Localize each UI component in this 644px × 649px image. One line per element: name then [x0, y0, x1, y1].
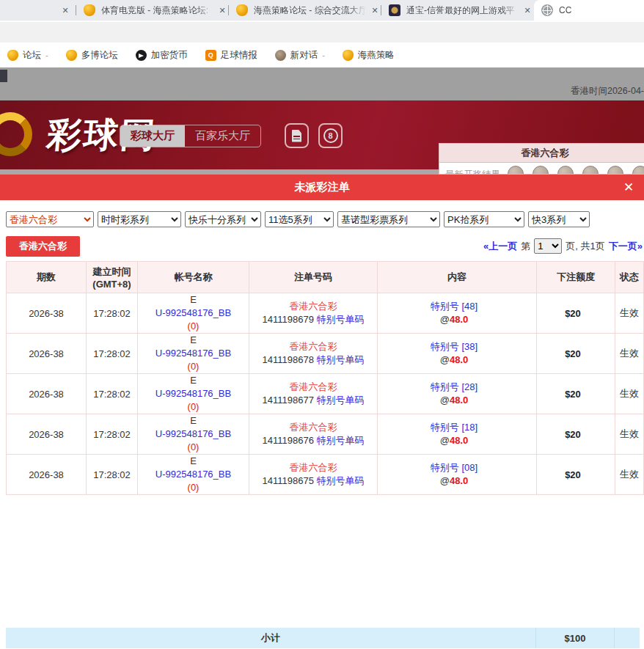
tab-lottery-hall[interactable]: 彩球大厅: [120, 125, 185, 147]
tongbao-favicon-icon: [389, 4, 400, 16]
status-cell: 生效: [615, 334, 644, 374]
bookmark-football-intel[interactable]: Q 足球情报: [205, 49, 257, 62]
bookmark-duobo-forum[interactable]: 多博论坛: [66, 49, 118, 62]
content-cell: 特别号 [18] @48.0: [378, 414, 537, 455]
tab-title: 通宝-信誉最好的网上游戏平: [406, 4, 519, 17]
status-cell: 生效: [615, 455, 644, 495]
at-sign: @: [440, 475, 450, 486]
latest-result-label: 最新开奖结果: [445, 169, 500, 175]
browser-tab-1[interactable]: 体育电竞版 - 海燕策略论坛: ✕: [76, 0, 228, 21]
filter-shishicai[interactable]: 时时彩系列: [98, 211, 181, 227]
bet-number: 1411198675: [263, 475, 314, 486]
account-link[interactable]: U-992548176_BB: [138, 387, 249, 400]
browser-tab-2[interactable]: 海燕策略论坛 - 综合交流大厅 ✕: [229, 0, 381, 21]
report-button[interactable]: [285, 123, 309, 148]
bet-type-link[interactable]: 特别号单码: [317, 395, 365, 406]
page-top-bar: 香港时间2026-04-: [0, 67, 644, 100]
table-row: 2026-38 17:28:02 E U-992548176_BB (0) 香港…: [7, 293, 644, 334]
account-link[interactable]: U-992548176_BB: [138, 307, 249, 320]
account-note: (0): [138, 441, 249, 454]
account-note: (0): [138, 400, 249, 414]
bookmark-crypto[interactable]: 加密货币: [136, 49, 188, 62]
bet-type-link[interactable]: 特别号单码: [317, 314, 365, 325]
odds-value: 48.0: [450, 354, 468, 365]
bet-number: 1411198679: [263, 314, 314, 325]
game-name: 香港六合彩: [249, 381, 377, 394]
filter-kuai3[interactable]: 快3系列: [528, 211, 590, 227]
trophy-icon: [66, 50, 77, 61]
hall-tabs: 彩球大厅 百家乐大厅: [120, 125, 261, 147]
bookmark-forum[interactable]: 论坛 -: [7, 49, 48, 62]
content-link[interactable]: 特别号 [18]: [378, 421, 530, 434]
lottery-ball-button[interactable]: 8: [318, 123, 343, 148]
table-row: 2026-38 17:28:02 E U-992548176_BB (0) 香港…: [7, 374, 644, 414]
modal-header: 未派彩注单 ✕: [0, 175, 644, 200]
tab-baccarat-hall[interactable]: 百家乐大厅: [185, 125, 260, 147]
browser-tab-active[interactable]: CC: [534, 0, 644, 21]
tab-close-icon[interactable]: ✕: [369, 4, 381, 16]
filter-happy10[interactable]: 快乐十分系列: [185, 211, 261, 227]
amount-cell: $20: [537, 293, 615, 334]
close-icon[interactable]: ✕: [621, 180, 637, 195]
content-link[interactable]: 特别号 [48]: [378, 300, 530, 313]
account-link[interactable]: U-992548176_BB: [138, 428, 249, 441]
account-cell: E U-992548176_BB (0): [138, 414, 249, 455]
bet-type-link[interactable]: 特别号单码: [317, 354, 365, 365]
subtotal-value: $100: [536, 628, 615, 648]
page-select[interactable]: 1: [534, 238, 562, 254]
bookmark-haiyan[interactable]: 海燕策略: [343, 49, 395, 62]
account-link[interactable]: U-992548176_BB: [138, 468, 249, 481]
browser-tab-3[interactable]: 通宝-信誉最好的网上游戏平 ✕: [381, 0, 533, 21]
account-cell: E U-992548176_BB (0): [138, 334, 249, 374]
account-type: E: [138, 455, 249, 468]
bookmark-new-chat[interactable]: 新对话 -: [275, 49, 325, 62]
next-page-link[interactable]: 下一页»: [609, 240, 643, 253]
period-cell: 2026-38: [7, 334, 87, 374]
time-cell: 17:28:02: [87, 293, 138, 334]
game-tag: 香港六合彩: [6, 236, 80, 257]
account-cell: E U-992548176_BB (0): [138, 455, 249, 495]
bet-number-cell: 香港六合彩 1411198679 特别号单码: [249, 293, 378, 334]
period-cell: 2026-38: [7, 414, 87, 455]
content-cell: 特别号 [38] @48.0: [378, 334, 537, 374]
lottery-ball-icon: [533, 166, 549, 175]
tab-close-icon[interactable]: ✕: [59, 4, 71, 16]
prev-page-link[interactable]: «上一页: [483, 240, 517, 253]
time-cell: 17:28:02: [87, 414, 138, 455]
filter-pk10[interactable]: PK拾系列: [444, 211, 524, 227]
filter-hk-mark-six[interactable]: 香港六合彩: [6, 211, 94, 227]
content-link[interactable]: 特别号 [38]: [378, 340, 530, 353]
account-note: (0): [138, 320, 249, 333]
content-link[interactable]: 特别号 [28]: [378, 381, 530, 394]
account-link[interactable]: U-992548176_BB: [138, 347, 249, 360]
bookmark-folder-indicator: -: [45, 51, 48, 59]
bookmark-label: 论坛: [23, 49, 41, 62]
bet-type-link[interactable]: 特别号单码: [317, 435, 365, 446]
game-name: 香港六合彩: [249, 461, 377, 474]
bookmarks-bar: 论坛 - 多博论坛 加密货币 Q 足球情报 新对话 - 海燕策略: [0, 43, 644, 67]
panel-title: 香港六合彩: [439, 144, 644, 163]
subtotal-label: 小计: [6, 628, 536, 648]
account-type: E: [138, 414, 249, 428]
status-cell: 生效: [615, 414, 644, 455]
col-period: 期数: [7, 262, 87, 293]
bet-type-link[interactable]: 特别号单码: [317, 475, 365, 486]
time-cell: 17:28:02: [87, 374, 138, 414]
filter-11x5[interactable]: 11选5系列: [265, 211, 334, 227]
bookmark-label: 海燕策略: [358, 49, 395, 62]
tab-close-icon[interactable]: ✕: [216, 4, 228, 16]
tab-title: 体育电竞版 - 海燕策略论坛:: [101, 4, 213, 17]
content-link[interactable]: 特别号 [08]: [378, 461, 530, 474]
amount-cell: $20: [537, 455, 615, 495]
pagination: «上一页 第 1 页, 共1页 下一页»: [483, 238, 643, 254]
game-name: 香港六合彩: [249, 300, 377, 313]
filter-keno[interactable]: 基诺型彩票系列: [337, 211, 440, 227]
browser-tab-partial[interactable]: ✕: [0, 0, 76, 21]
time-cell: 17:28:02: [87, 334, 138, 374]
bet-number: 1411198677: [263, 395, 314, 406]
odds-value: 48.0: [450, 314, 468, 325]
table-row: 2026-38 17:28:02 E U-992548176_BB (0) 香港…: [7, 455, 644, 495]
tab-close-icon[interactable]: ✕: [522, 4, 533, 16]
document-icon: [292, 130, 301, 142]
bookmark-label: 加密货币: [151, 49, 188, 62]
